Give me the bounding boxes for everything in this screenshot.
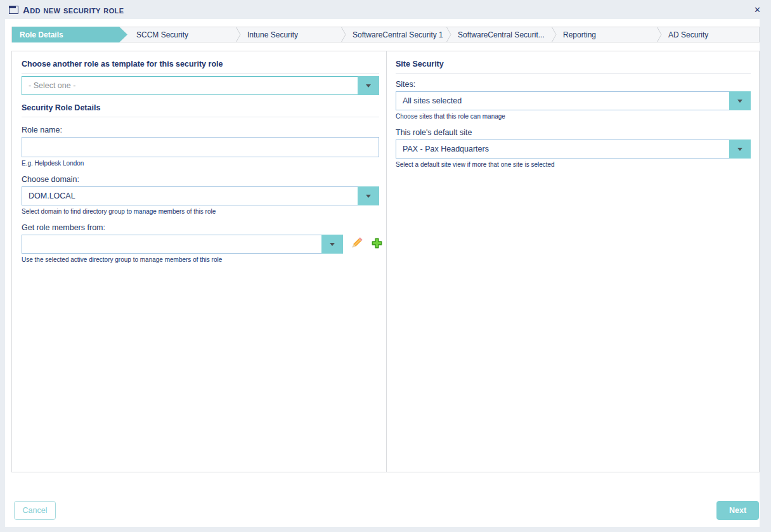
pencil-icon (350, 236, 364, 250)
chevron-right-icon (340, 27, 346, 42)
default-site-value: PAX - Pax Headquarters (396, 145, 515, 153)
sites-dropdown-button[interactable] (729, 91, 751, 110)
default-site-label: This role's default site (396, 128, 751, 137)
form-content: Choose another role as template for this… (11, 51, 760, 472)
sites-label: Sites: (396, 80, 751, 89)
role-name-input[interactable] (22, 137, 379, 157)
domain-value: DOM.LOCAL (22, 191, 102, 200)
tab-reporting[interactable]: Reporting (548, 27, 654, 42)
role-members-label: Get role members from: (22, 223, 379, 232)
role-members-hint: Use the selected active directory group … (22, 256, 379, 263)
dialog-titlebar: Add new security role ✕ (0, 0, 771, 19)
chevron-down-icon (737, 148, 742, 151)
role-members-dropdown-button[interactable] (321, 235, 343, 254)
site-security-column: Site Security Sites: All sites selected … (396, 51, 751, 168)
next-button[interactable]: Next (716, 501, 759, 520)
close-icon[interactable]: ✕ (754, 6, 761, 14)
plus-icon (371, 237, 383, 249)
chevron-right-icon (235, 27, 241, 42)
sites-hint: Choose sites that this role can manage (396, 113, 751, 120)
chevron-right-icon (551, 27, 557, 42)
template-section-heading: Choose another role as template for this… (22, 60, 379, 74)
chevron-right-icon (656, 27, 662, 42)
chevron-down-icon (366, 195, 371, 198)
role-name-label: Role name: (22, 126, 379, 134)
page-title: Add new security role (23, 4, 124, 15)
domain-dropdown[interactable]: DOM.LOCAL (22, 186, 379, 205)
column-divider (386, 51, 387, 472)
tab-role-details[interactable]: Role Details (12, 27, 127, 42)
domain-dropdown-button[interactable] (358, 186, 379, 205)
role-template-dropdown-button[interactable] (358, 76, 379, 95)
tab-ad-security[interactable]: AD Security (654, 27, 759, 42)
domain-hint: Select domain to find directory group to… (22, 208, 379, 215)
tab-sccm-security[interactable]: SCCM Security (127, 27, 233, 42)
default-site-dropdown[interactable]: PAX - Pax Headquarters (396, 139, 751, 159)
chevron-right-icon (446, 27, 451, 42)
wizard-tabbar: Role Details SCCM Security Intune Securi… (11, 27, 760, 42)
window-icon (9, 6, 18, 14)
default-site-dropdown-button[interactable] (729, 139, 751, 159)
cancel-button[interactable]: Cancel (14, 501, 56, 520)
role-template-dropdown[interactable]: - Select one - (22, 76, 379, 95)
role-details-column: Choose another role as template for this… (22, 51, 379, 263)
role-template-value: - Select one - (22, 81, 102, 90)
dialog-panel: Role Details SCCM Security Intune Securi… (5, 19, 760, 527)
default-site-hint: Select a default site view if more that … (396, 161, 751, 168)
role-members-dropdown[interactable] (22, 235, 343, 254)
sites-dropdown[interactable]: All sites selected (396, 91, 751, 110)
tab-softwarecentral-security-2[interactable]: SoftwareCentral Securit... (443, 27, 548, 42)
role-name-hint: E.g. Helpdesk London (22, 160, 379, 167)
domain-label: Choose domain: (22, 175, 379, 184)
edit-group-button[interactable] (350, 236, 364, 250)
tab-softwarecentral-security-1[interactable]: SoftwareCentral Security 1 (338, 27, 443, 42)
chevron-down-icon (330, 243, 335, 246)
role-members-row (22, 232, 379, 254)
details-section-heading: Security Role Details (22, 103, 379, 117)
chevron-down-icon (737, 100, 742, 103)
sites-value: All sites selected (396, 96, 488, 105)
chevron-down-icon (366, 84, 371, 88)
site-section-heading: Site Security (396, 60, 751, 74)
tab-intune-security[interactable]: Intune Security (233, 27, 338, 42)
add-group-button[interactable] (371, 237, 383, 249)
